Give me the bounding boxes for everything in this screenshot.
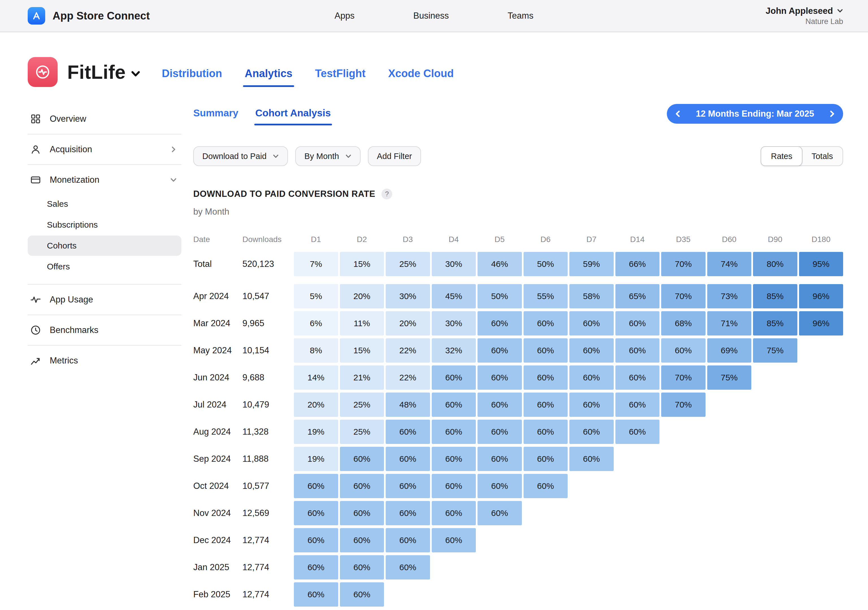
heat-cell: 30%: [432, 252, 476, 276]
sidebar-item-sales[interactable]: Sales: [28, 194, 181, 214]
heat-cell: 60%: [477, 420, 522, 444]
column-header-d1: D1: [294, 233, 338, 246]
user-menu[interactable]: John Appleseed Nature Lab: [766, 6, 843, 26]
row-downloads: 10,577: [242, 474, 292, 498]
section-subtitle: by Month: [193, 207, 843, 217]
nav-teams[interactable]: Teams: [508, 11, 533, 21]
nav-business[interactable]: Business: [413, 11, 449, 21]
heat-cell: 60%: [386, 528, 430, 553]
filter-label: Download to Paid: [202, 152, 267, 161]
row-date: Dec 2024: [193, 528, 241, 553]
row-downloads: 9,965: [242, 311, 292, 336]
sidebar-item-acquisition[interactable]: Acquisition: [28, 136, 181, 163]
sidebar-item-subscriptions[interactable]: Subscriptions: [28, 215, 181, 235]
tab-distribution[interactable]: Distribution: [162, 68, 222, 87]
sidebar-item-label: Metrics: [50, 356, 78, 366]
column-header-d3: D3: [386, 233, 430, 246]
heat-cell: 60%: [432, 365, 476, 390]
row-date: Sep 2024: [193, 447, 241, 471]
heat-cell: 60%: [340, 501, 384, 525]
column-header-d14: D14: [615, 233, 660, 246]
heat-cell: 19%: [294, 420, 338, 444]
row-date: Jul 2024: [193, 393, 241, 417]
sidebar-item-overview[interactable]: Overview: [28, 105, 181, 132]
heat-cell: 60%: [524, 311, 568, 336]
cohort-row-aug-2024: Aug 202411,32819%25%60%60%60%60%60%60%: [193, 420, 843, 444]
heat-cell: 50%: [524, 252, 568, 276]
heat-cell: 48%: [386, 393, 430, 417]
heat-cell: 58%: [569, 284, 614, 308]
heat-cell: 8%: [294, 338, 338, 362]
tab-testflight[interactable]: TestFlight: [315, 68, 366, 87]
heat-cell: 60%: [294, 501, 338, 525]
table-header-row: DateDownloadsD1D2D3D4D5D6D7D14D35D60D90D…: [193, 233, 843, 246]
by-month-button[interactable]: By Month: [295, 146, 361, 166]
person-icon: [30, 144, 41, 155]
row-downloads: 12,774: [242, 582, 292, 607]
sidebar-item-metrics[interactable]: Metrics: [28, 347, 181, 374]
row-downloads: 10,479: [242, 393, 292, 417]
analytics-tabs-row: SummaryCohort Analysis 12 Months Ending:…: [193, 104, 843, 125]
main-content: SummaryCohort Analysis 12 Months Ending:…: [193, 104, 843, 610]
app-title: FitLife: [67, 61, 126, 83]
heat-cell: 66%: [615, 252, 660, 276]
column-header-d180: D180: [799, 233, 843, 246]
row-downloads: 11,328: [242, 420, 292, 444]
chevron-right-icon[interactable]: [828, 110, 836, 118]
heat-cell: 60%: [661, 338, 705, 362]
cohort-row-dec-2024: Dec 202412,77460%60%60%60%: [193, 528, 843, 553]
row-date: Oct 2024: [193, 474, 241, 498]
heat-cell: 60%: [524, 447, 568, 471]
filter-label: Add Filter: [377, 152, 412, 161]
cohort-row-sep-2024: Sep 202411,88819%60%60%60%60%60%60%: [193, 447, 843, 471]
heat-cell: 60%: [477, 338, 522, 362]
chevron-down-icon: [345, 153, 352, 159]
sidebar-item-offers[interactable]: Offers: [28, 256, 181, 277]
heat-cell: 60%: [524, 338, 568, 362]
tab-summary[interactable]: Summary: [193, 107, 239, 125]
heat-cell: 60%: [477, 311, 522, 336]
add-filter-button[interactable]: Add Filter: [368, 146, 421, 166]
date-range-picker[interactable]: 12 Months Ending: Mar 2025: [667, 104, 843, 124]
sidebar-item-label: Monetization: [50, 175, 99, 185]
sidebar-item-cohorts[interactable]: Cohorts: [28, 235, 181, 256]
page-layout: OverviewAcquisitionMonetizationSalesSubs…: [0, 104, 868, 610]
row-date: Jun 2024: [193, 365, 241, 390]
nav-apps[interactable]: Apps: [335, 11, 355, 21]
heat-cell: 60%: [615, 338, 660, 362]
heat-cell: 22%: [386, 365, 430, 390]
chevron-left-icon[interactable]: [674, 110, 682, 118]
row-downloads: 12,774: [242, 528, 292, 553]
tab-cohort-analysis[interactable]: Cohort Analysis: [256, 107, 331, 125]
heat-cell: 20%: [340, 284, 384, 308]
tab-xcode-cloud[interactable]: Xcode Cloud: [388, 68, 454, 87]
heat-cell: 71%: [707, 311, 752, 336]
toggle-totals[interactable]: Totals: [802, 147, 843, 166]
analytics-sub-tabs: SummaryCohort Analysis: [193, 107, 331, 125]
sidebar-item-monetization[interactable]: Monetization: [28, 167, 181, 193]
heat-cell: 60%: [569, 420, 614, 444]
chevron-down-icon: [170, 176, 177, 183]
toggle-rates[interactable]: Rates: [761, 146, 803, 166]
sidebar-item-label: App Usage: [50, 294, 93, 305]
cohort-row-may-2024: May 202410,1548%15%22%32%60%60%60%60%60%…: [193, 338, 843, 362]
heat-cell: 25%: [386, 252, 430, 276]
brand[interactable]: App Store Connect: [28, 7, 150, 25]
help-icon[interactable]: ?: [381, 189, 392, 200]
sidebar-group: Metrics: [28, 346, 181, 376]
download-to-paid-button[interactable]: Download to Paid: [193, 146, 288, 166]
heat-cell: 15%: [340, 338, 384, 362]
sidebar-item-app-usage[interactable]: App Usage: [28, 286, 181, 313]
heat-cell: 75%: [753, 338, 797, 362]
column-header-d35: D35: [661, 233, 705, 246]
sidebar-group: MonetizationSalesSubscriptionsCohortsOff…: [28, 165, 181, 285]
sidebar-item-benchmarks[interactable]: Benchmarks: [28, 317, 181, 344]
app-switcher-chevron-icon[interactable]: [131, 69, 140, 79]
filter-label: By Month: [304, 152, 339, 161]
heat-cell: 20%: [294, 393, 338, 417]
row-date: May 2024: [193, 338, 241, 362]
heat-cell: 74%: [707, 252, 752, 276]
cohort-row-feb-2025: Feb 202512,77460%60%: [193, 582, 843, 607]
tab-analytics[interactable]: Analytics: [245, 68, 293, 87]
grid-icon: [30, 113, 41, 125]
